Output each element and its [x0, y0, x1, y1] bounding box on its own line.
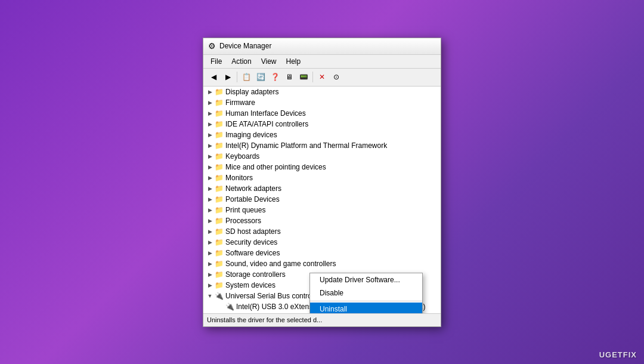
ctx-update-driver[interactable]: Update Driver Software...: [310, 273, 422, 286]
back-button[interactable]: ◀: [207, 70, 220, 84]
ctx-disable[interactable]: Disable: [310, 286, 422, 300]
expand-icon: ▶: [206, 88, 214, 96]
folder-icon: 📁: [214, 205, 224, 215]
folder-icon: 📁: [214, 227, 224, 236]
folder-icon: 📁: [214, 184, 224, 193]
expand-icon: ▶: [206, 217, 214, 225]
tree-item-network[interactable]: ▶ 📁 Network adapters: [203, 183, 441, 194]
item-label: Firmware: [225, 98, 255, 107]
expand-icon: ▶: [206, 270, 214, 279]
forward-button[interactable]: ▶: [221, 70, 234, 84]
expand-icon: ▶: [206, 131, 214, 139]
menu-file[interactable]: File: [206, 56, 227, 67]
ctx-uninstall[interactable]: Uninstall: [310, 303, 422, 313]
tree-item-imaging[interactable]: ▶ 📁 Imaging devices: [203, 129, 441, 140]
item-label: IDE ATA/ATAPI controllers: [225, 120, 308, 128]
item-label: Mice and other pointing devices: [225, 163, 326, 171]
folder-icon: 📁: [214, 173, 224, 183]
tree-item-ide[interactable]: ▶ 📁 IDE ATA/ATAPI controllers: [203, 119, 441, 129]
device-tree[interactable]: ▶ 📁 Display adapters ▶ 📁 Firmware ▶ 📁 Hu…: [203, 87, 441, 313]
item-label: Portable Devices: [225, 195, 280, 203]
item-label: Software devices: [225, 249, 280, 257]
expand-icon: ▶: [206, 206, 214, 214]
tree-item-mice[interactable]: ▶ 📁 Mice and other pointing devices: [203, 162, 441, 172]
item-label: Network adapters: [225, 184, 281, 193]
expand-icon: ▶: [206, 184, 214, 193]
tree-item-sd-host[interactable]: ▶ 📁 SD host adapters: [203, 226, 441, 237]
expand-icon: ▶: [206, 195, 214, 203]
expand-icon: ▶: [206, 260, 214, 268]
tree-item-processors[interactable]: ▶ 📁 Processors: [203, 215, 441, 226]
item-label: Display adapters: [225, 88, 278, 96]
tree-item-keyboards[interactable]: ▶ 📁 Keyboards: [203, 151, 441, 162]
expand-icon: ▶: [206, 227, 214, 236]
expand-icon: [216, 303, 225, 311]
item-label: Storage controllers: [225, 270, 286, 279]
title-bar-text: Device Manager: [219, 42, 271, 50]
expand-icon: ▶: [206, 238, 214, 246]
usb-icon: 🔌: [225, 302, 234, 311]
item-label: SD host adapters: [225, 227, 281, 236]
status-text: Uninstalls the driver for the selected d…: [207, 316, 322, 323]
scan-button[interactable]: 📟: [297, 70, 310, 84]
item-label: Intel(R) Dynamic Platform and Thermal Fr…: [225, 141, 387, 150]
tree-item-hid[interactable]: ▶ 📁 Human Interface Devices: [203, 108, 441, 119]
expand-icon: ▶: [206, 141, 214, 150]
folder-icon: 📁: [214, 237, 224, 247]
menu-view[interactable]: View: [256, 56, 281, 67]
tree-item-security[interactable]: ▶ 📁 Security devices: [203, 237, 441, 248]
expand-icon: ▶: [206, 163, 214, 171]
remove-button[interactable]: ✕: [315, 70, 329, 84]
device-manager-window: ⚙ Device Manager File Action View Help ◀…: [203, 38, 441, 327]
folder-icon: 📁: [214, 162, 224, 172]
title-bar-icon: ⚙: [208, 41, 216, 51]
expand-icon: ▶: [206, 249, 214, 257]
expand-icon: ▶: [206, 152, 214, 161]
properties-button[interactable]: 📋: [240, 70, 253, 84]
expand-icon: ▶: [206, 120, 214, 128]
item-label: Human Interface Devices: [225, 109, 306, 118]
item-label: Print queues: [225, 206, 265, 214]
folder-icon: 📁: [214, 98, 224, 107]
update-button[interactable]: 🔄: [254, 70, 267, 84]
tree-item-print[interactable]: ▶ 📁 Print queues: [203, 205, 441, 215]
tree-item-intel-platform[interactable]: ▶ 📁 Intel(R) Dynamic Platform and Therma…: [203, 140, 441, 151]
folder-icon: 📁: [214, 109, 224, 118]
tree-item-software[interactable]: ▶ 📁 Software devices: [203, 248, 441, 258]
folder-icon: 📁: [214, 216, 224, 226]
menu-help[interactable]: Help: [281, 56, 306, 67]
tree-item-display-adapters[interactable]: ▶ 📁 Display adapters: [203, 87, 441, 97]
tree-item-portable[interactable]: ▶ 📁 Portable Devices: [203, 194, 441, 205]
toolbar-separator-2: [312, 72, 313, 82]
status-bar: Uninstalls the driver for the selected d…: [203, 313, 441, 326]
item-label: Security devices: [225, 238, 277, 246]
uninstall-button[interactable]: 🖥: [283, 70, 296, 84]
expand-icon: ▶: [206, 98, 214, 107]
toolbar: ◀ ▶ 📋 🔄 ❓ 🖥 📟 ✕ ⊙: [203, 69, 441, 87]
tree-item-monitors[interactable]: ▶ 📁 Monitors: [203, 172, 441, 183]
folder-icon: 📁: [214, 280, 224, 290]
usb-icon: 🔌: [225, 313, 234, 313]
help-button[interactable]: ❓: [268, 70, 281, 84]
menu-action[interactable]: Action: [227, 56, 256, 67]
tree-item-sound[interactable]: ▶ 📁 Sound, video and game controllers: [203, 258, 441, 269]
folder-icon: 📁: [214, 141, 224, 150]
folder-icon: 📁: [214, 87, 224, 97]
folder-icon: 📁: [214, 259, 224, 269]
item-label: Monitors: [225, 174, 253, 182]
usb-icon: 🔌: [214, 291, 224, 301]
expand-button[interactable]: ⊙: [330, 70, 343, 84]
expand-icon: ▶: [206, 174, 214, 182]
folder-icon: 📁: [214, 152, 224, 161]
item-label: System devices: [225, 281, 275, 289]
tree-item-firmware[interactable]: ▶ 📁 Firmware: [203, 97, 441, 108]
item-label: Keyboards: [225, 152, 259, 161]
menu-bar: File Action View Help: [203, 55, 441, 69]
folder-icon: 📁: [214, 130, 224, 140]
context-menu: Update Driver Software... Disable Uninst…: [309, 273, 423, 313]
expand-icon: ▶: [206, 109, 214, 118]
expand-icon: ▶: [206, 281, 214, 289]
folder-icon: 📁: [214, 195, 224, 204]
folder-icon: 📁: [214, 270, 224, 279]
folder-icon: 📁: [214, 248, 224, 258]
